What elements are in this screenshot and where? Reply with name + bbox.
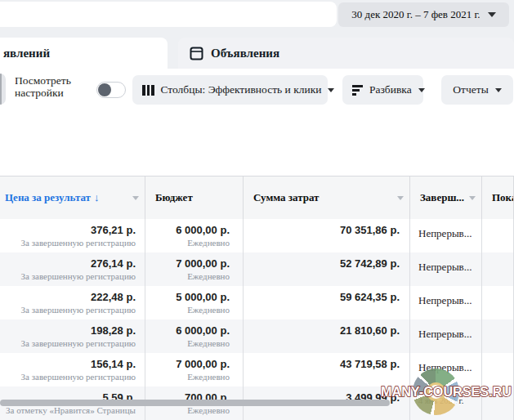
settings-toggle[interactable]	[96, 82, 126, 98]
amount-spent-value: 21 810,60 р.	[244, 324, 400, 337]
tab-ads-label: Объявления	[211, 47, 279, 60]
svg-text:MANY-COURSES.RU: MANY-COURSES.RU	[381, 384, 512, 400]
column-header-budget[interactable]: Бюджет	[145, 176, 244, 219]
watermark-text: MANY-COURSES.RU	[381, 381, 514, 402]
amount-spent-value: 43 719,58 р.	[244, 358, 400, 370]
result-type-label: За завершенную регистрацию	[0, 305, 136, 315]
search-bar[interactable]	[0, 2, 337, 27]
main-panel: Посмотреть настройки Столбцы: Эффективно…	[0, 69, 514, 397]
budget-value: 7 000,00 р.	[145, 257, 230, 270]
budget-type-label: Ежедневно	[145, 405, 230, 415]
breakdown-button-label: Разбивка	[369, 83, 412, 96]
reports-button[interactable]: Отчеты	[441, 75, 513, 105]
column-header-amount-spent[interactable]: Сумма затрат	[244, 176, 410, 219]
columns-button-label: Столбцы: Эффективность и клики	[161, 83, 322, 96]
cost-per-result-value: 222,48 р.	[0, 291, 136, 303]
tab-ad-sets[interactable]: явлений	[0, 38, 168, 69]
tab-ad-sets-label: явлений	[3, 47, 50, 60]
table-header-row: Цена за результат ↓ Бюджет Сумма затрат …	[0, 176, 514, 219]
cost-per-result-value: 156,14 р.	[0, 358, 136, 370]
date-range-label: 30 дек 2020 г. – 7 фев 2021 г.	[351, 8, 480, 21]
chevron-down-icon	[495, 88, 502, 92]
result-type-label: За завершенную регистрацию	[0, 338, 136, 348]
result-type-label: За завершенную регистрацию	[0, 271, 136, 281]
budget-type-label: Ежедневно	[145, 271, 230, 281]
chevron-down-icon	[418, 88, 425, 92]
budget-type-label: Ежедневно	[145, 305, 230, 315]
chevron-down-icon[interactable]	[469, 196, 476, 200]
budget-value: 5 000,00 р.	[145, 291, 230, 303]
result-type-label: За завершенную регистрацию	[0, 372, 136, 382]
sort-descending-icon: ↓	[94, 191, 100, 204]
ads-icon	[190, 47, 203, 60]
chevron-down-icon[interactable]	[397, 196, 404, 200]
column-header-ends[interactable]: Заверш...	[410, 176, 482, 219]
columns-button[interactable]: Столбцы: Эффективность и клики	[132, 75, 328, 105]
end-date-value: Непрерыв...	[410, 252, 482, 286]
cost-per-result-value: 276,14 р.	[0, 257, 136, 270]
chevron-down-icon[interactable]	[132, 196, 139, 200]
reports-button-label: Отчеты	[453, 83, 488, 96]
horizontal-scrollbar[interactable]	[0, 400, 390, 406]
breakdown-button[interactable]: Разбивка	[342, 75, 423, 105]
result-type-label: За завершенную регистрацию	[0, 238, 136, 248]
end-date-value: Непрерыв...	[410, 219, 482, 252]
table-row[interactable]: 222,48 р.За завершенную регистрацию 5 00…	[0, 286, 514, 319]
cost-per-result-value: 198,28 р.	[0, 324, 136, 337]
column-header-impressions[interactable]: Пока	[482, 176, 514, 219]
result-type-label: За отметку «Нравится» Страницы	[0, 405, 136, 415]
budget-type-label: Ежедневно	[145, 372, 230, 382]
budget-type-label: Ежедневно	[145, 338, 230, 348]
end-date-value: Непрерыв...	[410, 286, 482, 319]
amount-spent-value: 59 624,35 р.	[244, 291, 400, 303]
chevron-down-icon	[328, 88, 334, 92]
budget-value: 7 000,00 р.	[145, 358, 230, 370]
budget-type-label: Ежедневно	[145, 238, 230, 248]
budget-value: 6 000,00 р.	[145, 224, 230, 236]
breakdown-icon	[352, 85, 363, 96]
table-row[interactable]: 276,14 р.За завершенную регистрацию 7 00…	[0, 252, 514, 286]
toggle-knob-icon	[98, 83, 111, 96]
cutoff-button-fragment[interactable]	[0, 74, 6, 105]
view-settings-label: Посмотреть настройки	[15, 74, 71, 99]
table-row[interactable]: 198,28 р.За завершенную регистрацию 6 00…	[0, 319, 514, 353]
date-range-picker[interactable]: 30 дек 2020 г. – 7 фев 2021 г.	[338, 2, 509, 27]
column-header-cost-per-result[interactable]: Цена за результат ↓	[0, 176, 145, 219]
amount-spent-value: 52 742,89 р.	[244, 257, 400, 270]
table-row[interactable]: 376,21 р.За завершенную регистрацию 6 00…	[0, 219, 514, 252]
budget-value: 6 000,00 р.	[145, 324, 230, 337]
chevron-down-icon	[488, 12, 496, 17]
end-date-value: Непрерыв...	[410, 319, 482, 353]
cost-per-result-value: 376,21 р.	[0, 224, 136, 236]
columns-icon	[142, 85, 154, 96]
amount-spent-value: 70 351,86 р.	[244, 224, 400, 236]
tab-ads[interactable]: Объявления	[178, 38, 514, 69]
